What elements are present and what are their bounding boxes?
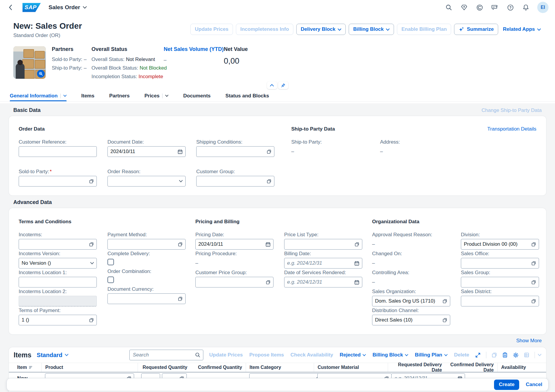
column-header-customer-material[interactable]: Customer Material <box>314 363 388 372</box>
document-currency-input[interactable] <box>110 296 176 302</box>
column-header-product[interactable]: Product <box>41 363 138 372</box>
order-combination-checkbox[interactable] <box>107 277 114 283</box>
sold-to-party-input[interactable] <box>22 178 87 184</box>
settings-gear-icon[interactable] <box>513 352 519 358</box>
incoterms-version-select[interactable]: No Version () <box>19 258 97 269</box>
pricing-date-input[interactable] <box>198 241 264 247</box>
rejected-menu-button[interactable]: Rejected <box>339 352 367 358</box>
payment-method-input[interactable] <box>110 241 176 247</box>
complete-delivery-checkbox[interactable] <box>107 259 114 265</box>
value-help-icon[interactable] <box>87 179 94 184</box>
shipping-conditions-input[interactable] <box>199 149 265 155</box>
summarize-button[interactable]: Summarize <box>454 24 498 35</box>
price-list-type-input[interactable] <box>287 241 353 247</box>
value-help-icon[interactable] <box>530 242 536 247</box>
distribution-channel-input[interactable] <box>375 317 441 323</box>
tab-prices[interactable]: Prices <box>144 90 168 101</box>
export-icon[interactable] <box>524 352 529 358</box>
delivery-block-button[interactable]: Delivery Block <box>296 24 346 35</box>
value-help-icon[interactable] <box>265 149 271 154</box>
items-update-prices-button[interactable]: Update Prices <box>209 352 243 358</box>
value-help-icon[interactable] <box>530 280 536 285</box>
value-help-icon[interactable] <box>87 318 94 322</box>
billing-block-button[interactable]: Billing Block <box>349 24 394 35</box>
customer-price-group-input[interactable] <box>198 279 264 285</box>
update-prices-button[interactable]: Update Prices <box>190 24 233 35</box>
customer-reference-input[interactable] <box>22 149 94 155</box>
tab-items[interactable]: Items <box>81 90 94 101</box>
calendar-icon[interactable] <box>353 261 359 266</box>
change-ship-to-party-link[interactable]: Change Ship-to Party Data <box>482 107 542 113</box>
date-of-services-rendered-input[interactable] <box>287 279 353 285</box>
avatar[interactable]: EI <box>537 2 548 13</box>
web-assistant-icon[interactable] <box>476 4 483 11</box>
value-help-icon[interactable] <box>265 179 271 184</box>
incoterms-input[interactable] <box>22 241 87 247</box>
incompleteness-info-button[interactable]: Incompleteness Info <box>236 24 293 35</box>
fullscreen-icon[interactable] <box>475 352 481 358</box>
billing-plan-menu-button[interactable]: Billing Plan <box>414 352 448 358</box>
value-help-icon[interactable] <box>264 280 271 285</box>
customer-group-input[interactable] <box>199 178 265 184</box>
export-menu-chevron-icon[interactable] <box>538 354 541 356</box>
value-help-icon[interactable] <box>441 299 447 303</box>
column-header-confirmed-quantity[interactable]: Confirmed Quantity <box>191 363 246 372</box>
help-icon[interactable]: ? <box>506 4 514 11</box>
notifications-icon[interactable] <box>522 4 530 11</box>
billing-date-input[interactable] <box>287 260 353 266</box>
check-availability-button[interactable]: Check Availability <box>290 352 334 358</box>
ai-assistant-icon[interactable] <box>460 4 468 11</box>
tab-status-and-blocks[interactable]: Status and Blocks <box>226 90 269 101</box>
net-sales-volume-link[interactable]: Net Sales Volume (YTD) <box>164 46 224 52</box>
search-icon[interactable] <box>445 4 453 11</box>
value-help-icon[interactable] <box>530 261 536 266</box>
related-apps-button[interactable]: Related Apps <box>501 24 543 35</box>
variant-selector[interactable]: Standard <box>37 352 68 359</box>
transportation-details-link[interactable]: Transportation Details <box>487 126 536 132</box>
tab-partners[interactable]: Partners <box>109 90 130 101</box>
document-date-input[interactable] <box>110 149 176 155</box>
create-button[interactable]: Create <box>494 380 519 390</box>
paste-icon[interactable] <box>502 352 508 358</box>
copy-icon[interactable] <box>492 352 497 358</box>
delete-button[interactable]: Delete <box>453 352 470 358</box>
back-button[interactable] <box>5 2 15 12</box>
value-help-icon[interactable] <box>176 242 183 247</box>
value-help-icon[interactable] <box>530 299 536 303</box>
value-help-icon[interactable] <box>441 318 447 322</box>
sales-office-input[interactable] <box>464 260 530 266</box>
calendar-icon[interactable] <box>176 149 183 154</box>
column-header-requested-delivery-date[interactable]: Requested Delivery Date <box>388 363 445 372</box>
app-title-menu[interactable]: Sales Order <box>49 4 87 11</box>
value-help-icon[interactable] <box>353 242 359 247</box>
column-header-item[interactable]: Item <box>14 363 41 372</box>
column-header-requested-quantity[interactable]: Requested Quantity <box>138 363 191 372</box>
zoom-in-icon[interactable] <box>37 70 45 78</box>
tab-general-information[interactable]: General Information <box>10 90 67 101</box>
calendar-icon[interactable] <box>264 242 271 247</box>
column-header-item-category[interactable]: Item Category <box>246 363 314 372</box>
division-input[interactable] <box>464 241 530 247</box>
items-billing-block-menu-button[interactable]: Billing Block <box>372 352 409 358</box>
items-search-input[interactable] <box>132 352 195 358</box>
incoterms-location1-input[interactable] <box>22 279 94 285</box>
propose-items-button[interactable]: Propose Items <box>249 352 284 358</box>
sales-organization-input[interactable] <box>375 298 441 304</box>
cancel-button[interactable]: Cancel <box>525 382 543 388</box>
tab-documents[interactable]: Documents <box>183 90 211 101</box>
search-icon[interactable] <box>195 352 200 358</box>
column-header-availability[interactable]: Availability <box>497 363 530 372</box>
sales-group-input[interactable] <box>464 279 530 285</box>
value-help-icon[interactable] <box>87 242 94 247</box>
show-more-link[interactable]: Show More <box>516 338 542 344</box>
product-photo[interactable] <box>13 46 46 79</box>
collapse-header-button[interactable] <box>267 81 277 89</box>
enable-billing-plan-button[interactable]: Enable Billing Plan <box>397 24 451 35</box>
calendar-icon[interactable] <box>353 280 359 285</box>
pin-header-button[interactable] <box>278 81 288 89</box>
order-reason-select[interactable] <box>107 176 186 187</box>
value-help-icon[interactable] <box>176 296 183 301</box>
terms-of-payment-input[interactable] <box>22 317 87 323</box>
sales-district-input[interactable] <box>464 298 530 304</box>
feedback-icon[interactable] <box>491 4 499 11</box>
